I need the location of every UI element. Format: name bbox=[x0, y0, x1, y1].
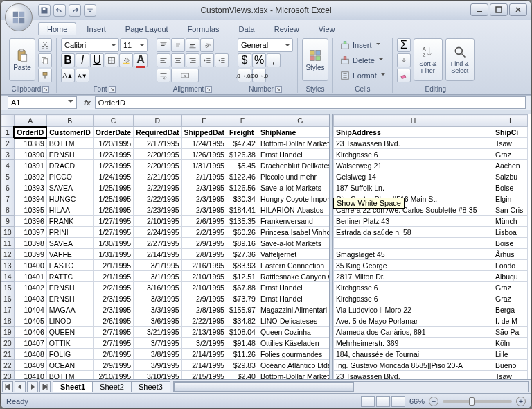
cell[interactable]: Vaffeljernet bbox=[258, 249, 329, 260]
tab-data[interactable]: Data bbox=[229, 22, 263, 35]
cell[interactable]: OrderID bbox=[14, 127, 46, 138]
cell[interactable]: 10389 bbox=[14, 138, 46, 149]
zoom-in-button[interactable]: + bbox=[516, 397, 526, 406]
zoom-slider[interactable] bbox=[443, 400, 512, 403]
cell[interactable]: 2/3/1995 bbox=[93, 293, 133, 304]
cell[interactable]: $60.26 bbox=[227, 227, 258, 238]
cell[interactable]: HILAA bbox=[46, 204, 93, 216]
cell[interactable]: Bottom-Dollar Markets bbox=[258, 371, 329, 380]
cell[interactable]: 3/7/1995 bbox=[134, 338, 181, 349]
insert-cells-button[interactable]: Insert bbox=[337, 38, 388, 52]
cell[interactable]: 2/14/1995 bbox=[134, 249, 181, 260]
col-header-A[interactable]: A bbox=[14, 115, 46, 127]
cell[interactable]: 10394 bbox=[14, 193, 46, 204]
cell[interactable]: 10393 bbox=[14, 182, 46, 193]
row-header[interactable]: 4 bbox=[1, 160, 15, 171]
cell[interactable]: Mehrheimerstr. 369 bbox=[334, 338, 493, 349]
cell[interactable]: I. de M bbox=[493, 315, 528, 327]
cell[interactable]: LINO-Delicateses bbox=[258, 315, 329, 327]
office-button[interactable] bbox=[5, 3, 33, 31]
cell[interactable]: FOLIG bbox=[46, 349, 93, 360]
cell[interactable]: RATTC bbox=[46, 271, 93, 282]
undo-button[interactable] bbox=[53, 4, 66, 17]
cell[interactable]: Walserweg 21 bbox=[334, 160, 493, 171]
cell[interactable]: 2/8/1995 bbox=[181, 249, 227, 260]
orientation-button[interactable]: ab bbox=[200, 38, 214, 52]
cell[interactable]: 2/27/1995 bbox=[134, 238, 181, 249]
cell[interactable]: 2/14/1995 bbox=[181, 360, 227, 371]
col-header-I[interactable]: I bbox=[493, 115, 528, 127]
cell[interactable]: 2/1/1995 bbox=[93, 260, 133, 271]
cell[interactable]: 2/3/1995 bbox=[181, 193, 227, 204]
cell[interactable]: Geislweg 14 bbox=[334, 171, 493, 182]
zoom-out-button[interactable]: − bbox=[429, 397, 438, 406]
row-header[interactable]: 8 bbox=[1, 204, 15, 216]
cell[interactable]: 2/13/1995 bbox=[181, 327, 227, 338]
accounting-button[interactable]: $ bbox=[238, 53, 251, 67]
cell[interactable]: Folies gourmandes bbox=[258, 349, 329, 360]
cell[interactable]: 1/24/1995 bbox=[181, 138, 227, 149]
cell[interactable]: Tsaw bbox=[493, 138, 528, 149]
cell[interactable]: Piccolo und mehr bbox=[258, 171, 329, 182]
cell[interactable]: 10410 bbox=[14, 371, 46, 380]
cell[interactable]: Salzbu bbox=[493, 171, 528, 182]
wrap-text-button[interactable] bbox=[157, 69, 170, 82]
cell[interactable]: 3/3/1995 bbox=[134, 293, 181, 304]
scrollbar-thumb[interactable] bbox=[174, 382, 354, 392]
cell[interactable]: Ernst Handel bbox=[258, 149, 329, 160]
cell[interactable]: Bottom-Dollar Markets bbox=[258, 138, 329, 149]
align-right-button[interactable] bbox=[186, 53, 200, 67]
row-header[interactable]: 11 bbox=[1, 238, 15, 249]
align-bottom-button[interactable] bbox=[186, 38, 200, 52]
tab-page-layout[interactable]: Page Layout bbox=[116, 22, 177, 35]
cell[interactable]: 2/9/1995 bbox=[181, 293, 227, 304]
cell[interactable]: $135.35 bbox=[227, 216, 258, 227]
cell[interactable]: Drachenblut Delikatess bbox=[258, 160, 329, 171]
cell[interactable]: ERNSH bbox=[46, 149, 93, 160]
decrease-decimal-button[interactable]: .00→.0 bbox=[252, 69, 266, 82]
format-cells-button[interactable]: Format bbox=[337, 69, 388, 82]
cell[interactable]: 1/30/1995 bbox=[93, 238, 133, 249]
row-header[interactable]: 18 bbox=[1, 315, 15, 327]
cell[interactable]: 2/20/1995 bbox=[134, 149, 181, 160]
sheet-tab-sheet3[interactable]: Sheet3 bbox=[131, 381, 170, 392]
font-color-button[interactable]: A bbox=[134, 53, 148, 67]
cell[interactable]: Kirchgasse 6 bbox=[334, 282, 493, 293]
italic-button[interactable]: I bbox=[76, 53, 89, 67]
row-header[interactable]: 15 bbox=[1, 282, 15, 293]
cell[interactable]: 10406 bbox=[14, 327, 46, 338]
cell[interactable]: 10397 bbox=[14, 227, 46, 238]
align-left-button[interactable] bbox=[157, 53, 170, 67]
cell[interactable]: HUNGC bbox=[46, 193, 93, 204]
cell[interactable]: 2/3/1995 bbox=[181, 204, 227, 216]
cell[interactable]: 35 King George bbox=[334, 260, 493, 271]
cell[interactable]: 2/8/1995 bbox=[181, 304, 227, 315]
cell[interactable]: Graz bbox=[493, 149, 528, 160]
row-header[interactable]: 13 bbox=[1, 260, 15, 271]
row-header[interactable]: 19 bbox=[1, 327, 15, 338]
row-header[interactable]: 1 bbox=[1, 127, 15, 138]
cell[interactable]: $67.88 bbox=[227, 282, 258, 293]
cell[interactable]: $73.79 bbox=[227, 293, 258, 304]
cell[interactable]: 2/9/1995 bbox=[181, 238, 227, 249]
cell[interactable]: Albuqu bbox=[493, 271, 528, 282]
tab-review[interactable]: Review bbox=[265, 22, 308, 35]
sort-filter-button[interactable]: AZ Sort & Filter bbox=[414, 38, 443, 81]
cell[interactable]: 2/6/1995 bbox=[93, 315, 133, 327]
underline-button[interactable]: U bbox=[90, 53, 104, 67]
tab-nav-first[interactable] bbox=[2, 381, 13, 392]
cell[interactable]: 10391 bbox=[14, 160, 46, 171]
tab-nav-last[interactable] bbox=[39, 381, 51, 392]
row-header[interactable]: 2 bbox=[1, 138, 15, 149]
cell[interactable]: LINOD bbox=[46, 315, 93, 327]
cell[interactable]: ShippedDat bbox=[181, 127, 227, 138]
cell[interactable]: $30.34 bbox=[227, 193, 258, 204]
cell[interactable]: Ing. Gustavo Moncada 8585||Piso 20-A bbox=[334, 360, 493, 371]
cell[interactable]: 10405 bbox=[14, 315, 46, 327]
col-header-B[interactable]: B bbox=[46, 115, 93, 127]
col-header-H[interactable]: H bbox=[334, 115, 493, 127]
cell[interactable]: Ottilies Käseladen bbox=[258, 338, 329, 349]
align-middle-button[interactable] bbox=[171, 38, 185, 52]
clear-button[interactable] bbox=[397, 69, 411, 82]
cell[interactable]: 2/2/1995 bbox=[181, 227, 227, 238]
